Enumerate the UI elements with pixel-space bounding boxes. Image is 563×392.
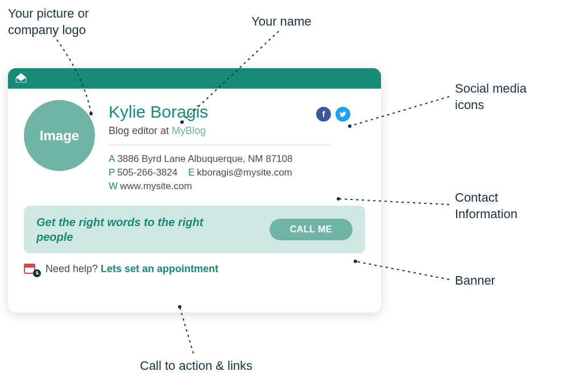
cta-link[interactable]: Lets set an appointment [101, 263, 218, 274]
cta-row: Need help? Lets set an appointment [24, 261, 365, 276]
address-value: 3886 Byrd Lane Albuquerque, NM 87108 [117, 153, 292, 164]
annotation-contact: Contact Information [455, 190, 518, 222]
facebook-icon[interactable]: f [316, 107, 331, 122]
company-name[interactable]: MyBlog [172, 125, 206, 136]
social-icons-group: f [316, 107, 350, 122]
card-header [8, 68, 381, 89]
cta-question-text: Need help? [45, 263, 101, 274]
envelope-open-icon [15, 72, 27, 85]
address-key: A [109, 153, 115, 164]
annotation-logo: Your picture or company logo [8, 6, 89, 38]
email-key: E [188, 167, 194, 178]
avatar-label: Image [40, 128, 79, 144]
address-line: A3886 Byrd Lane Albuquerque, NM 87108 [109, 153, 365, 165]
divider [109, 145, 330, 145]
avatar-image-placeholder: Image [24, 100, 95, 171]
annotation-cta: Call to action & links [140, 358, 252, 374]
svg-line-8 [180, 307, 193, 353]
banner: Get the right words to the right people … [24, 206, 365, 253]
email-value[interactable]: kboragis@mysite.com [197, 167, 292, 178]
annotation-social: Social media icons [455, 81, 527, 113]
call-me-button[interactable]: CALL ME [270, 219, 353, 240]
title-prefix: Blog editor at [109, 125, 172, 136]
twitter-icon[interactable] [336, 107, 350, 122]
web-value[interactable]: www.mysite.com [120, 181, 192, 191]
web-line: Wwww.mysite.com [109, 181, 365, 192]
annotation-banner: Banner [455, 273, 495, 289]
annotation-name: Your name [251, 14, 312, 30]
phone-value[interactable]: 505-266-3824 [117, 167, 177, 178]
job-title: Blog editor at MyBlog [109, 125, 365, 137]
web-key: W [109, 181, 118, 191]
facebook-glyph: f [322, 110, 325, 119]
signature-card: Image Kylie Boragis Blog editor at MyBlo… [8, 68, 381, 312]
calendar-clock-icon [24, 261, 39, 276]
banner-text: Get the right words to the right people [36, 215, 207, 244]
phone-key: P [109, 167, 115, 178]
phone-email-line: P505-266-3824 Ekboragis@mysite.com [109, 167, 365, 178]
